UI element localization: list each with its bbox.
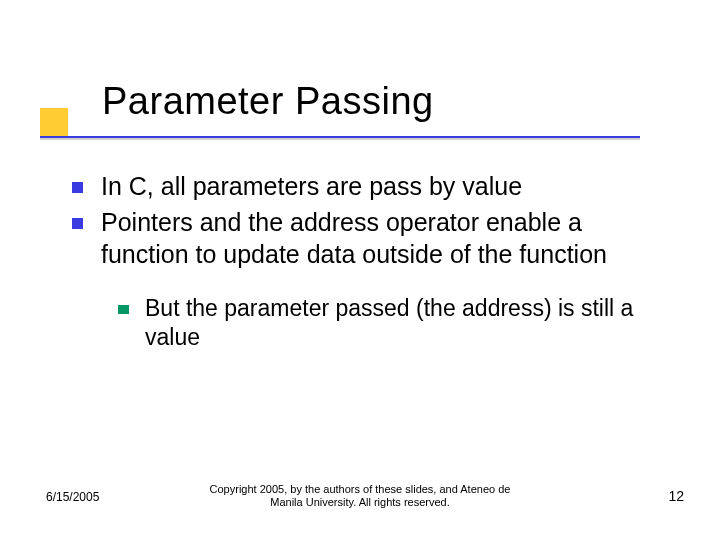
content-area: In C, all parameters are pass by value P… xyxy=(72,170,672,357)
bullet-text: In C, all parameters are pass by value xyxy=(101,170,522,202)
footer-copyright-line1: Copyright 2005, by the authors of these … xyxy=(210,483,511,495)
footer-copyright-line2: Manila University. All rights reserved. xyxy=(270,496,450,508)
bullet-item: In C, all parameters are pass by value xyxy=(72,170,672,202)
bullet-square-icon xyxy=(72,182,83,193)
bullet-item: Pointers and the address operator enable… xyxy=(72,206,672,270)
footer-copyright: Copyright 2005, by the authors of these … xyxy=(0,483,720,511)
title-underline xyxy=(40,136,640,138)
footer-page-number: 12 xyxy=(668,488,684,504)
sub-bullet-text: But the parameter passed (the address) i… xyxy=(145,294,672,353)
title-block: Parameter Passing xyxy=(60,80,434,123)
bullet-square-icon xyxy=(72,218,83,229)
slide: Parameter Passing In C, all parameters a… xyxy=(0,0,720,540)
sub-bullet-item: But the parameter passed (the address) i… xyxy=(118,294,672,353)
sub-bullet-list: But the parameter passed (the address) i… xyxy=(118,294,672,353)
sub-bullet-square-icon xyxy=(118,305,129,314)
bullet-text: Pointers and the address operator enable… xyxy=(101,206,672,270)
slide-title: Parameter Passing xyxy=(60,80,434,123)
